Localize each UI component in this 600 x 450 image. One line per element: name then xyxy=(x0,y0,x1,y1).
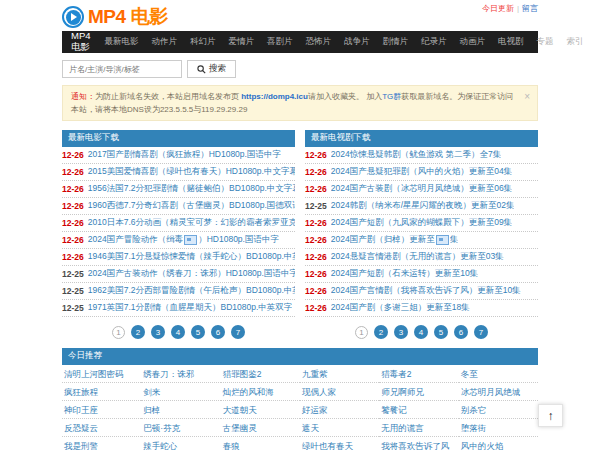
pagination-page[interactable]: 3 xyxy=(151,325,165,339)
tv-title-link[interactable]: 2024悬疑言情港剧（无用的谎言）更新至03集 xyxy=(331,251,504,263)
nav-item[interactable]: 电视剧 xyxy=(498,36,524,48)
recommend-link[interactable]: 反恐疑云 xyxy=(62,419,141,437)
notice-label: 通知： xyxy=(71,92,95,101)
close-icon[interactable]: × xyxy=(524,92,530,102)
movie-title-link[interactable]: 2024国产古装动作（绣春刀：诛邪）HD1080p.国语中字 xyxy=(88,268,295,280)
recommend-link[interactable]: 绿叶也有春天 xyxy=(300,437,379,450)
movie-title-link[interactable]: 2010日本7.6分动画（精灵宝可梦：幻影的霸者索罗亚克）BD1080p. xyxy=(88,217,295,229)
movie-title-link[interactable]: 2015美国爱情喜剧（绿叶也有春天）HD1080p.中文字幕 xyxy=(88,166,295,178)
recommend-link[interactable]: 饕餮记 xyxy=(379,401,458,419)
recommend-link[interactable]: 大道朝天 xyxy=(221,401,300,419)
recommend-link[interactable]: 冰芯明月凤绝城 xyxy=(459,383,538,401)
nav-item[interactable]: 科幻片 xyxy=(190,36,216,48)
movie-title-link[interactable]: 2024国产冒险动作（缉毒 xyxy=(88,234,183,246)
recommend-link[interactable]: 别杀它 xyxy=(459,401,538,419)
nav-item[interactable]: 动画片 xyxy=(460,36,486,48)
logo-text-movie: 电影 xyxy=(131,4,169,30)
movie-title-link[interactable]: 1962美国7.2分西部冒险剧情（午后枪声）BD1080p.中英双字 xyxy=(88,285,295,297)
nav-item[interactable]: 爱情片 xyxy=(229,36,255,48)
item-date: 12-26 xyxy=(305,269,327,279)
pagination-page[interactable]: 6 xyxy=(454,325,468,339)
recommend-link[interactable]: 九重紫 xyxy=(300,365,379,383)
recommend-link[interactable]: 猎毒者2 xyxy=(379,365,458,383)
recommend-link[interactable]: 遮天 xyxy=(300,419,379,437)
pagination-page[interactable]: 5 xyxy=(191,325,205,339)
pagination-page[interactable]: 2 xyxy=(131,325,145,339)
site-logo[interactable]: MP4电影 xyxy=(62,4,192,30)
recommend-link[interactable]: 巴顿·芬克 xyxy=(141,419,220,437)
pagination-page[interactable]: 1 xyxy=(112,326,125,339)
recommend-link[interactable]: 神印王座 xyxy=(62,401,141,419)
notice-bar: 通知：为防止新域名失效，本站启用域名发布页 https://domp4.icu请… xyxy=(62,85,538,121)
pagination-page[interactable]: 7 xyxy=(474,325,488,339)
domain-publish-link[interactable]: https://domp4.icu xyxy=(241,92,308,101)
recommend-link[interactable]: 无用的谎言 xyxy=(379,419,458,437)
movie-title-link[interactable]: 1960西德7.7分奇幻喜剧（古堡幽灵）BD1080p.国德双语中字 xyxy=(88,200,295,212)
recommend-link[interactable]: 绣春刀：诛邪 xyxy=(141,365,220,383)
nav-brand[interactable]: MP4电影 xyxy=(62,30,105,54)
nav-item[interactable]: 恐怖片 xyxy=(306,36,332,48)
pagination-page[interactable]: 3 xyxy=(394,325,408,339)
recommend-link[interactable]: 我将喜欢告诉了风 xyxy=(379,437,458,450)
movie-title-link[interactable]: 1946美国7.1分悬疑惊悚爱情（辣手蛇心）BD1080p.中英双字 xyxy=(88,251,295,263)
recommend-link[interactable]: 现偶人家 xyxy=(300,383,379,401)
tv-title-link[interactable]: 2024国产剧（多谢三姐）更新至18集 xyxy=(331,302,470,314)
recommend-link[interactable]: 归棹 xyxy=(141,401,220,419)
today-update-link[interactable]: 今日更新 xyxy=(482,4,514,13)
tv-list-item: 12-26 2024国产悬疑犯罪剧（风中的火焰）更新至04集 xyxy=(305,164,538,181)
site-header: MP4电影 今日更新|留言 xyxy=(62,0,538,31)
pagination-page[interactable]: 4 xyxy=(414,325,428,339)
recommend-link[interactable]: 我是刑警 xyxy=(62,437,141,450)
nav-item[interactable]: 索引 xyxy=(567,36,584,48)
nav-item[interactable]: 纪录片 xyxy=(421,36,447,48)
movie-list-item: 12-25 1962美国7.2分西部冒险剧情（午后枪声）BD1080p.中英双字 xyxy=(62,283,295,300)
recommend-link[interactable]: 好运家 xyxy=(300,401,379,419)
recommend-link[interactable]: 风中的火焰 xyxy=(459,437,538,450)
pagination-page[interactable]: 5 xyxy=(434,325,448,339)
recommend-link[interactable]: 猎罪图鉴2 xyxy=(221,365,300,383)
tv-title-link[interactable]: 2024国产悬疑犯罪剧（风中的火焰）更新至04集 xyxy=(331,166,512,178)
movie-title-link[interactable]: 2017国产剧情喜剧（疯狂旅程）HD1080p.国语中字 xyxy=(88,149,281,161)
telegram-group-link[interactable]: TG群 xyxy=(382,92,401,101)
nav-item[interactable]: 专题 xyxy=(537,36,554,48)
recommend-link[interactable]: 疯狂旅程 xyxy=(62,383,141,401)
movie-title-link[interactable]: ）HD1080p.国语中字 xyxy=(198,234,279,246)
back-to-top-button[interactable]: ↑ xyxy=(538,404,563,427)
search-button[interactable]: 搜索 xyxy=(187,60,236,78)
nav-item[interactable]: 喜剧片 xyxy=(267,36,293,48)
pagination-page[interactable]: 6 xyxy=(211,325,225,339)
tv-title-link[interactable]: 2024国产古装剧（冰芯明月凤绝城）更新至06集 xyxy=(331,183,512,195)
tv-title-link[interactable]: 2024惊悚悬疑韩剧（鱿鱼游戏 第二季）全7集 xyxy=(331,149,502,161)
nav-item[interactable]: 最新电影 xyxy=(105,36,139,48)
recommend-link[interactable]: 春狼 xyxy=(221,437,300,450)
guestbook-link[interactable]: 留言 xyxy=(522,4,538,13)
tv-title-link[interactable]: 2024国产剧（归棹）更新至 xyxy=(331,234,435,246)
pagination-page[interactable]: 7 xyxy=(231,325,245,339)
pagination-page[interactable]: 2 xyxy=(374,325,388,339)
pagination-page[interactable]: 4 xyxy=(171,325,185,339)
movie-title-link[interactable]: 1956法国7.2分犯罪剧情（赌徒鲍伯）BD1080p.中文字幕 xyxy=(88,183,295,195)
recommend-link[interactable]: 清明上河图密码 xyxy=(62,365,141,383)
nav-item[interactable]: 战争片 xyxy=(344,36,370,48)
tv-title-link[interactable]: 2024国产短剧（石来运转）更新至10集 xyxy=(331,268,478,280)
recommend-link[interactable]: 辣手蛇心 xyxy=(141,437,220,450)
recommend-link[interactable]: 师兄啊师兄 xyxy=(379,383,458,401)
recommend-link[interactable]: 冬至 xyxy=(459,365,538,383)
recommend-link[interactable]: 古堡幽灵 xyxy=(221,419,300,437)
nav-item[interactable]: 动作片 xyxy=(152,36,178,48)
movie-list-item: 12-26 1956法国7.2分犯罪剧情（赌徒鲍伯）BD1080p.中文字幕 xyxy=(62,181,295,198)
nav-item[interactable]: 剧情片 xyxy=(383,36,409,48)
tv-title-link[interactable]: 集 xyxy=(450,234,459,246)
today-recommend-title: 今日推荐 xyxy=(62,348,538,365)
search-input[interactable] xyxy=(62,60,182,78)
panel-title: 最新电影下载 xyxy=(62,130,295,147)
recommend-link[interactable]: 灿烂的风和海 xyxy=(221,383,300,401)
tv-title-link[interactable]: 2024国产短剧（九凤家的蝴蝶殿下）更新至09集 xyxy=(331,217,512,229)
latest-tv-panel: 最新电视剧下载 12-26 2024惊悚悬疑韩剧（鱿鱼游戏 第二季）全7集 12… xyxy=(305,130,538,343)
tv-title-link[interactable]: 2024韩剧（纳米布/星星闪耀的夜晚）更新至02集 xyxy=(331,200,515,212)
recommend-link[interactable]: 堕落街 xyxy=(459,419,538,437)
movie-title-link[interactable]: 1971英国7.1分剧情（血腥星期天）BD1080p.中英双字 xyxy=(88,302,293,314)
pagination-page[interactable]: 1 xyxy=(355,326,368,339)
recommend-link[interactable]: 剑来 xyxy=(141,383,220,401)
tv-title-link[interactable]: 2024国产言情剧（我将喜欢告诉了风）更新至10集 xyxy=(331,285,521,297)
